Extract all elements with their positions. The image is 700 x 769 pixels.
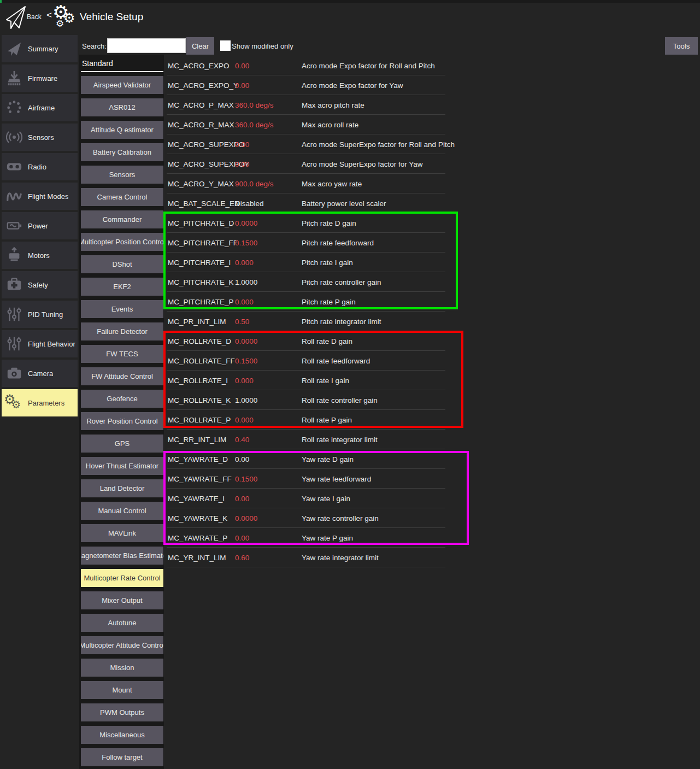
category-button-airspeed-validator[interactable]: Airspeed Validator xyxy=(81,76,163,94)
sidebar-item-label: Airframe xyxy=(28,104,55,112)
clear-button[interactable]: Clear xyxy=(186,37,214,55)
parameter-name: MC_PR_INT_LIM xyxy=(168,317,226,325)
parameter-row-mc_bat_scale_en[interactable]: MC_BAT_SCALE_ENDisabledBattery power lev… xyxy=(167,193,445,213)
parameter-name: MC_PITCHRATE_K xyxy=(168,278,234,286)
parameter-row-mc_rollrate_i[interactable]: MC_ROLLRATE_I0.000Roll rate I gain xyxy=(167,371,445,390)
category-button-fw-tecs[interactable]: FW TECS xyxy=(81,345,163,363)
sidebar-item-firmware[interactable]: Firmware xyxy=(2,64,78,92)
category-button-asr012[interactable]: ASR012 xyxy=(81,98,163,116)
parameter-value: 0.1500 xyxy=(235,356,257,365)
parameter-row-mc_acro_supexpoy[interactable]: MC_ACRO_SUPEXPOY0.00Acro mode SuperExpo … xyxy=(167,154,445,174)
parameter-row-mc_pitchrate_d[interactable]: MC_PITCHRATE_D0.0000Pitch rate D gain xyxy=(167,213,445,233)
parameter-row-mc_yawrate_p[interactable]: MC_YAWRATE_P0.00Yaw rate P gain xyxy=(167,528,445,548)
parameter-row-mc_acro_r_max[interactable]: MC_ACRO_R_MAX360.0 deg/sMax acro roll ra… xyxy=(167,115,445,134)
category-button-battery-calibration[interactable]: Battery Calibration xyxy=(81,143,163,161)
category-button-autotune[interactable]: Autotune xyxy=(81,614,163,632)
sidebar-item-safety[interactable]: Safety xyxy=(2,271,78,298)
parameter-row-mc_rollrate_d[interactable]: MC_ROLLRATE_D0.0000Roll rate D gain xyxy=(167,331,445,351)
category-button-sensors[interactable]: Sensors xyxy=(81,166,163,184)
parameter-row-mc_acro_expo[interactable]: MC_ACRO_EXPO0.00Acro mode Expo factor fo… xyxy=(167,56,445,75)
show-modified-checkbox[interactable] xyxy=(220,40,231,51)
category-button-rover-position-control[interactable]: Rover Position Control xyxy=(81,412,163,430)
parameter-row-mc_pitchrate_k[interactable]: MC_PITCHRATE_K1.0000Pitch rate controlle… xyxy=(167,272,445,292)
setup-sidebar: SummaryFirmwareAirframeSensorsRadioFligh… xyxy=(2,35,78,416)
category-button-gps[interactable]: GPS xyxy=(81,435,163,453)
category-button-ekf2[interactable]: EKF2 xyxy=(81,278,163,296)
parameter-row-mc_pitchrate_i[interactable]: MC_PITCHRATE_I0.000Pitch rate I gain xyxy=(167,253,445,272)
category-button-follow-target[interactable]: Follow target xyxy=(81,748,163,766)
category-button-mixer-output[interactable]: Mixer Output xyxy=(81,591,163,609)
category-button-manual-control[interactable]: Manual Control xyxy=(81,502,163,520)
tools-button[interactable]: Tools xyxy=(665,37,698,55)
category-button-multicopter-position-control[interactable]: Multicopter Position Control xyxy=(81,233,163,251)
sidebar-item-label: Flight Behavior xyxy=(28,340,75,348)
sidebar-item-airframe[interactable]: Airframe xyxy=(2,94,78,121)
parameter-value: 0.60 xyxy=(235,553,249,561)
sidebar-item-label: Firmware xyxy=(28,74,57,83)
parameter-row-mc_pr_int_lim[interactable]: MC_PR_INT_LIM0.50Pitch rate integrator l… xyxy=(167,312,445,331)
category-button-failure-detector[interactable]: Failure Detector xyxy=(81,322,163,341)
category-button-mavlink[interactable]: MAVLink xyxy=(81,524,163,542)
parameter-row-mc_pitchrate_p[interactable]: MC_PITCHRATE_P0.000Pitch rate P gain xyxy=(167,292,445,312)
category-group-header: Standard xyxy=(82,59,113,68)
parameter-name: MC_ACRO_EXPO_Y xyxy=(168,81,238,89)
parameter-description: Roll rate P gain xyxy=(302,415,352,424)
category-button-pwm-outputs[interactable]: PWM Outputs xyxy=(81,703,163,721)
sidebar-item-radio[interactable]: Radio xyxy=(2,153,78,180)
sidebar-item-flight-behavior[interactable]: Flight Behavior xyxy=(2,330,78,357)
category-button-camera-control[interactable]: Camera Control xyxy=(81,188,163,206)
parameter-row-mc_yawrate_d[interactable]: MC_YAWRATE_D0.00Yaw rate D gain xyxy=(167,449,445,469)
sidebar-item-power[interactable]: Power xyxy=(2,212,78,239)
sidebar-item-camera[interactable]: Camera xyxy=(2,360,78,387)
parameter-row-mc_yawrate_k[interactable]: MC_YAWRATE_K0.0000Yaw rate controller ga… xyxy=(167,508,445,528)
search-input[interactable] xyxy=(107,38,186,53)
category-button-attitude-q-estimator[interactable]: Attitude Q estimator xyxy=(81,121,163,139)
back-button[interactable]: Back xyxy=(27,13,42,21)
parameter-description: Acro mode SuperExpo factor for Roll and … xyxy=(302,140,455,148)
category-button-events[interactable]: Events xyxy=(81,300,163,318)
category-button-dshot[interactable]: DShot xyxy=(81,255,163,273)
parameter-value: 0.00 xyxy=(235,81,249,89)
category-button-mission[interactable]: Mission xyxy=(81,659,163,677)
parameter-row-mc_acro_expo_y[interactable]: MC_ACRO_EXPO_Y0.00Acro mode Expo factor … xyxy=(167,75,445,95)
parameter-value: 0.50 xyxy=(235,317,249,325)
category-button-fw-attitude-control[interactable]: FW Attitude Control xyxy=(81,367,163,385)
parameter-name: MC_YAWRATE_K xyxy=(168,514,227,522)
parameter-name: MC_ACRO_SUPEXPO xyxy=(168,140,244,148)
sidebar-item-sensors[interactable]: Sensors xyxy=(2,124,78,151)
parameter-name: MC_ACRO_EXPO xyxy=(168,61,230,69)
parameter-row-mc_rollrate_ff[interactable]: MC_ROLLRATE_FF0.1500Roll rate feedforwar… xyxy=(167,351,445,371)
parameter-row-mc_yr_int_lim[interactable]: MC_YR_INT_LIM0.60Yaw rate integrator lim… xyxy=(167,548,445,567)
category-button-land-detector[interactable]: Land Detector xyxy=(81,479,163,497)
qgc-logo-plane-icon xyxy=(5,5,27,30)
parameter-name: MC_ROLLRATE_K xyxy=(168,396,231,404)
parameter-name: MC_ROLLRATE_FF xyxy=(168,356,235,365)
parameter-description: Roll rate integrator limit xyxy=(302,435,378,443)
parameter-row-mc_acro_p_max[interactable]: MC_ACRO_P_MAX360.0 deg/sMax acro pitch r… xyxy=(167,95,445,115)
category-button-miscellaneous[interactable]: Miscellaneous xyxy=(81,726,163,744)
category-button-magnetometer-bias-estimator[interactable]: Magnetometer Bias Estimator xyxy=(81,547,163,565)
category-button-multicopter-attitude-control[interactable]: Multicopter Attitude Control xyxy=(81,636,163,654)
sidebar-item-parameters[interactable]: ⚙⚙Parameters xyxy=(2,389,78,416)
sidebar-item-summary[interactable]: Summary xyxy=(2,35,78,62)
parameter-row-mc_rollrate_p[interactable]: MC_ROLLRATE_P0.000Roll rate P gain xyxy=(167,410,445,430)
sidebar-item-flight-modes[interactable]: Flight Modes xyxy=(2,183,78,210)
category-button-multicopter-rate-control[interactable]: Multicopter Rate Control xyxy=(81,569,163,587)
parameter-row-mc_yawrate_i[interactable]: MC_YAWRATE_I0.00Yaw rate I gain xyxy=(167,489,445,508)
parameter-row-mc_yawrate_ff[interactable]: MC_YAWRATE_FF0.1500Yaw rate feedforward xyxy=(167,469,445,489)
parameter-value: 1.0000 xyxy=(235,278,257,286)
category-button-mount[interactable]: Mount xyxy=(81,681,163,699)
sidebar-item-pid-tuning[interactable]: PID Tuning xyxy=(2,301,78,328)
parameter-description: Acro mode Expo factor for Roll and Pitch xyxy=(302,61,435,69)
category-button-commander[interactable]: Commander xyxy=(81,210,163,228)
category-button-hover-thrust-estimator[interactable]: Hover Thrust Estimator xyxy=(81,457,163,475)
category-button-geofence[interactable]: Geofence xyxy=(81,390,163,408)
parameter-row-mc_acro_y_max[interactable]: MC_ACRO_Y_MAX900.0 deg/sMax acro yaw rat… xyxy=(167,174,445,193)
sidebar-item-motors[interactable]: Motors xyxy=(2,242,78,269)
parameter-row-mc_acro_supexpo[interactable]: MC_ACRO_SUPEXPO0.00Acro mode SuperExpo f… xyxy=(167,134,445,154)
parameter-row-mc_pitchrate_ff[interactable]: MC_PITCHRATE_FF0.1500Pitch rate feedforw… xyxy=(167,233,445,253)
parameter-row-mc_rr_int_lim[interactable]: MC_RR_INT_LIM0.40Roll rate integrator li… xyxy=(167,430,445,449)
show-modified-label: Show modified only xyxy=(232,42,293,50)
parameter-description: Yaw rate feedforward xyxy=(302,474,371,483)
parameter-row-mc_rollrate_k[interactable]: MC_ROLLRATE_K1.0000Roll rate controller … xyxy=(167,390,445,410)
